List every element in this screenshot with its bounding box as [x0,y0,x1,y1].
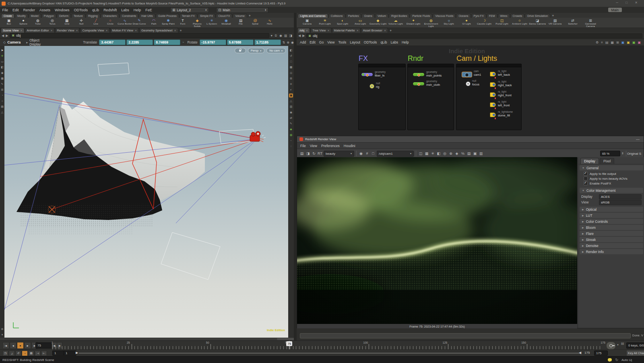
range-start-handle[interactable]: ▶ [76,351,78,355]
shelf-tool[interactable]: ∿ Helix [262,18,277,25]
rs-panel-tab[interactable]: Display [580,158,599,164]
shelf-tool[interactable]: ✱ Spray Paint [161,18,175,25]
timeline-ruler[interactable]: 1255075100125150175 75 [52,341,603,350]
viewport-tool-icon[interactable]: ▭ [0,60,4,64]
window-controls[interactable]: ─ □ ✕ [616,1,641,4]
viewport-tool-icon[interactable]: ◧ [0,65,4,69]
viewport-tool-icon[interactable]: ➤ [0,48,4,52]
display-colorspace-field[interactable]: ACES [599,194,642,199]
zoom-stepper-icon[interactable]: ⇕ [620,152,625,155]
close-icon[interactable]: ✕ [51,29,53,32]
viewport-display-icon[interactable]: ⇄ [289,116,293,120]
viewport-display-icon[interactable]: ✛ [289,82,293,86]
rs-toolbar-icon[interactable]: ▥ [479,151,483,156]
playback-toggle-button[interactable]: ▶| [41,351,47,356]
checkbox-icon[interactable] [584,181,588,185]
viewport-display-icon[interactable]: ◎ [289,71,293,75]
shelf-tab[interactable]: Characters [101,14,119,18]
rs-toolbar-icon[interactable]: ↻ [312,151,316,156]
shelf-tab[interactable]: Guide Process [156,14,179,18]
back-arrow-icon[interactable]: ◀ [298,34,301,37]
shelf-tab[interactable]: Vellum [375,14,388,18]
shelf-tool[interactable]: ▤ File [233,18,248,25]
shelf-tab[interactable]: Simple FX [198,14,215,18]
close-icon[interactable]: ✕ [20,29,22,32]
shelf-tool[interactable]: ○ Ambient Light [511,18,528,25]
shelf-tool[interactable]: ⊞ Gamepad Camera [582,18,599,27]
shelf-tool[interactable]: ▦ Grid [60,18,74,25]
rs-toolbar-icon[interactable]: ▦ [424,151,429,156]
forward-arrow-icon[interactable]: ▶ [6,34,8,37]
viewport-tool-icon[interactable]: △ [0,110,4,114]
rs-toolbar-icon[interactable]: ◫ [418,151,423,156]
viewport-tool-icon[interactable]: ◉ [0,71,4,75]
close-icon[interactable]: ✕ [384,29,386,32]
network-path-field[interactable]: ▣ obj [306,33,642,38]
add-shelf-tab-button[interactable]: + [249,14,251,18]
viewport-tool-icon[interactable]: ✛ [0,54,4,58]
viewport-display-icon[interactable]: ▥ [289,105,293,109]
shelf-tab[interactable]: Pyro FX [471,14,486,18]
rs-panel-tab[interactable]: Pixel [600,158,614,164]
rs-toolbar-icon[interactable]: ◈ [454,151,459,156]
rs-toolbar-icon[interactable]: ◎ [442,151,447,156]
shelf-tool[interactable]: ✦ Distant Light [405,18,422,25]
menu-item[interactable]: ODTools [74,8,88,12]
shelf-tab[interactable]: Crowds [510,14,525,18]
viewport-display-icon[interactable]: ◌ [289,144,293,148]
menu-item[interactable]: qLib [92,8,99,12]
shelf-tab[interactable]: Rigid Bodies [389,14,409,18]
network-toolbar-icon[interactable]: ▣ [621,41,625,44]
view-colorspace-field[interactable]: sRGB [599,200,642,205]
refresh-icon[interactable]: ↻ [615,358,618,362]
collapsed-section-header[interactable]: ▶ Denoise [580,243,643,248]
menu-item[interactable]: Help [134,8,141,12]
section-color-management[interactable]: ▼ Color Management [580,188,643,193]
rs-toolbar-icon[interactable]: ▣ [473,151,477,156]
shelf-tool[interactable]: @ Spiral [248,18,262,25]
viewport-display-icon[interactable]: ▦ [289,65,293,69]
viewport-display-icon[interactable]: ↺ [289,54,293,58]
shelf-tool[interactable]: ╱ Line [89,18,103,25]
key-options-icon[interactable]: ▼ [617,344,619,346]
shelf-tool[interactable]: T Font [175,18,190,25]
network-toolbar-icon[interactable]: ▣ [627,41,630,44]
network-menu-item[interactable]: Go [319,40,324,44]
close-icon[interactable]: ✕ [174,29,176,32]
viewport-display-icon[interactable]: ✎ [289,122,293,126]
shelf-tool[interactable]: ☀ Point Light [316,18,334,25]
shelf-tool[interactable]: ○ Circle [103,18,118,25]
network-menu-item[interactable]: Help [402,40,409,44]
range-slider[interactable] [79,353,581,353]
cam-toolbar-icon[interactable]: ⊕ [287,41,289,44]
shelf-tab[interactable]: Texture [71,14,85,18]
network-menu-item[interactable]: Add [300,40,306,44]
network-menu-item[interactable]: Edit [310,40,316,44]
viewport-display-icon[interactable]: ◐ [289,88,293,92]
persp-view-button[interactable]: Persp ▼ [248,48,265,53]
shelf-tab[interactable]: Oceans [456,14,471,18]
shelf-tab[interactable]: Particle Fluids [410,14,432,18]
path-bar-icon[interactable]: ◨ [289,34,292,37]
shelf-tool[interactable]: ▭ Area Light [351,18,369,25]
shelf-tool[interactable]: ◉ Metaball [219,18,233,25]
close-icon[interactable]: ✕ [76,29,78,32]
network-menu-item[interactable]: View [327,40,334,44]
network-menu-item[interactable]: qLib [380,40,387,44]
shelf-tab[interactable]: Constraints [120,14,138,18]
network-menu-item[interactable]: Tools [338,40,346,44]
network-toolbar-icon[interactable]: ⚙ [596,41,599,44]
rs-menu-item[interactable]: Houdini [344,144,355,148]
pane-tab[interactable]: Scene View✕ [1,28,25,33]
rs-toolbar-icon[interactable]: ✳ [430,151,435,156]
translate-value-field[interactable]: 3.44367 [99,39,126,45]
pane-tab[interactable]: Motion FX View✕ [110,28,139,33]
close-icon[interactable]: ✕ [135,29,137,32]
lock-camera-button[interactable] [235,48,246,53]
viewport-display-icon[interactable]: ◍ [289,133,293,137]
shelf-tool[interactable]: ◍ Environment Light [422,18,440,27]
collapsed-section-header[interactable]: ▶ Flare [580,231,643,236]
shelf-tab[interactable]: Collisions [328,14,345,18]
close-icon[interactable]: ✕ [306,29,308,32]
rs-menu-item[interactable]: Preferences [321,144,340,148]
